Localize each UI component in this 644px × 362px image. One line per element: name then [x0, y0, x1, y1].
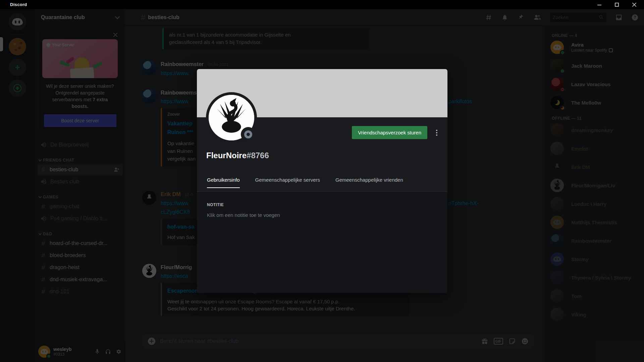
profile-tabs: Gebruikersinfo Gemeenschappelijke server…	[207, 177, 403, 188]
offline-status-badge	[241, 127, 256, 142]
titlebar: Discord	[0, 0, 644, 9]
profile-body	[197, 192, 447, 293]
app-title: Discord	[10, 2, 27, 7]
tab-divider	[197, 191, 447, 192]
note-input[interactable]: Klik om een notitie toe te voegen	[207, 212, 280, 218]
tab-gebruikersinfo[interactable]: Gebruikersinfo	[207, 177, 240, 188]
tab-gemeenschappelijke-servers[interactable]: Gemeenschappelijke servers	[255, 177, 320, 188]
tab-gemeenschappelijke-vrienden[interactable]: Gemeenschappelijke vrienden	[335, 177, 403, 188]
user-profile-modal: Vriendschapsverzoek sturen FleurNoire#87…	[197, 69, 447, 293]
close-icon[interactable]	[632, 2, 637, 7]
minimize-icon[interactable]	[597, 2, 602, 7]
send-friend-request-button[interactable]: Vriendschapsverzoek sturen	[352, 126, 427, 139]
note-header: NOTITIE	[207, 202, 224, 207]
maximize-icon[interactable]	[614, 2, 619, 7]
profile-actions: Vriendschapsverzoek sturen	[352, 126, 439, 139]
window-controls	[597, 2, 637, 7]
profile-username: FleurNoire#8766	[206, 151, 269, 160]
profile-avatar[interactable]	[206, 92, 257, 143]
profile-discriminator: #8766	[247, 151, 269, 160]
more-options-icon[interactable]	[435, 128, 439, 137]
